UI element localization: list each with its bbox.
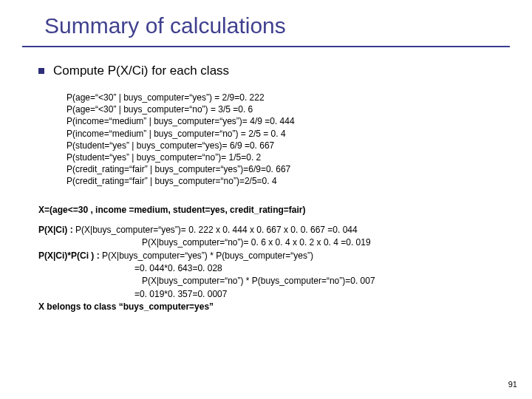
x-definition: X=(age<=30 , income =medium, student=yes… <box>38 204 502 216</box>
prob-line: P(credit_rating=“fair” | buys_computer=“… <box>66 163 502 175</box>
pxci-label: P(X|Ci) : <box>38 225 75 235</box>
title-rule <box>22 46 510 47</box>
prob-line: P(age=“<30” | buys_computer=“no”) = 3/5 … <box>66 103 502 115</box>
calc-text: P(X|buys_computer=“yes”) * P(buys_comput… <box>102 250 313 261</box>
calc-line: P(X|buys_computer=“no”) * P(buys_compute… <box>142 275 502 287</box>
subhead-text: Compute P(X/Ci) for each class <box>53 64 229 78</box>
calc-line: P(X|buys_computer=“no”)= 0. 6 x 0. 4 x 0… <box>142 236 502 249</box>
probability-list: P(age=“<30” | buys_computer=“yes”) = 2/9… <box>66 92 502 188</box>
pxci-pci-label: P(X|Ci)*P(Ci ) : <box>38 250 102 261</box>
slide-title: Summary of calculations <box>44 13 502 38</box>
square-bullet-icon <box>38 68 44 74</box>
calc-line: P(X|Ci) : P(X|buys_computer=“yes”)= 0. 2… <box>38 224 502 236</box>
calc-line: =0. 019*0. 357=0. 0007 <box>134 288 502 301</box>
calc-line: P(X|Ci)*P(Ci ) : P(X|buys_computer=“yes”… <box>38 250 502 262</box>
prob-line: P(age=“<30” | buys_computer=“yes”) = 2/9… <box>66 92 502 103</box>
calculation-block: X=(age<=30 , income =medium, student=yes… <box>38 204 502 314</box>
conclusion: X belongs to class “buys_computer=yes” <box>38 301 502 313</box>
subhead-row: Compute P(X/Ci) for each class <box>38 64 502 78</box>
calc-line: =0. 044*0. 643=0. 028 <box>134 262 502 275</box>
prob-line: P(credit_rating=“fair” | buys_computer=“… <box>66 175 502 187</box>
prob-line: P(income=“medium” | buys_computer=“no”) … <box>66 128 502 140</box>
prob-line: P(income=“medium” | buys_computer=“yes”)… <box>66 115 502 127</box>
prob-line: P(student=“yes” | buys_computer=“yes)= 6… <box>66 140 502 151</box>
prob-line: P(student=“yes” | buys_computer=“no”)= 1… <box>66 151 502 163</box>
page-number: 91 <box>508 380 517 389</box>
calc-text: P(X|buys_computer=“yes”)= 0. 222 x 0. 44… <box>75 225 358 235</box>
